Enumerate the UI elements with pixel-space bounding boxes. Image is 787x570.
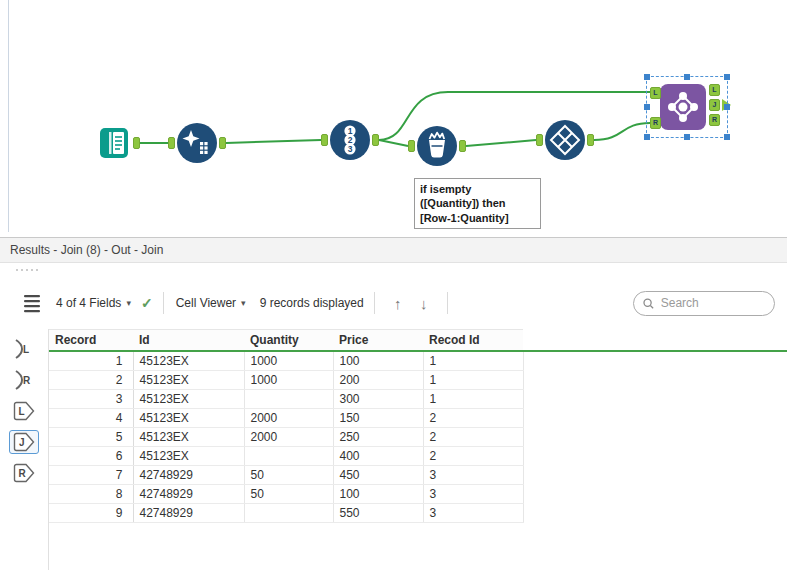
svg-text:J: J — [19, 437, 25, 448]
tool-annotation[interactable]: if isempty ([Quantity]) then [Row-1:Quan… — [414, 178, 541, 229]
col-header-price[interactable]: Price — [333, 330, 423, 352]
grid-cell[interactable]: 450 — [333, 466, 423, 485]
grid-cell[interactable]: 45123EX — [133, 447, 244, 466]
grid-cell[interactable] — [244, 390, 333, 409]
connection-wire[interactable] — [226, 140, 321, 143]
grid-cell[interactable]: 1 — [423, 390, 523, 409]
output-anchor[interactable] — [219, 137, 226, 149]
anchor-input-L-button[interactable]: L — [9, 337, 39, 361]
grid-cell[interactable]: 400 — [333, 447, 423, 466]
grid-cell[interactable] — [244, 504, 333, 523]
grid-cell[interactable]: 1 — [423, 371, 523, 390]
input-anchor[interactable] — [536, 134, 543, 146]
grid-cell[interactable]: 2 — [423, 409, 523, 428]
table-row[interactable]: 9427489295503 — [49, 504, 787, 523]
input-anchor[interactable] — [408, 140, 415, 152]
grid-cell[interactable] — [244, 447, 333, 466]
grid-cell[interactable]: 2 — [423, 447, 523, 466]
anchor-output-L-button[interactable]: L — [9, 399, 39, 423]
chevron-down-icon: ▾ — [241, 298, 246, 308]
connection-wire[interactable] — [379, 140, 408, 146]
col-header-recod-id[interactable]: Recod Id — [423, 330, 523, 352]
grid-cell[interactable]: 50 — [244, 485, 333, 504]
grid-cell[interactable]: 45123EX — [133, 409, 244, 428]
grid-cell[interactable]: 45123EX — [133, 351, 244, 371]
grid-cell[interactable]: 1 — [423, 351, 523, 371]
grid-cell[interactable]: 42748929 — [133, 466, 244, 485]
grid-cell[interactable]: 2000 — [244, 409, 333, 428]
record-id-tool[interactable]: 1 2 3 — [330, 120, 370, 160]
output-anchor[interactable] — [459, 140, 466, 152]
col-header-id[interactable]: Id — [133, 330, 244, 352]
search-input[interactable] — [661, 296, 766, 310]
record-number-cell[interactable]: 9 — [49, 504, 133, 523]
grid-cell[interactable]: 550 — [333, 504, 423, 523]
table-row[interactable]: 345123EX3001 — [49, 390, 787, 409]
grid-cell[interactable]: 100 — [333, 485, 423, 504]
grid-cell[interactable]: 45123EX — [133, 390, 244, 409]
fields-dropdown[interactable]: 4 of 4 Fields ▾ — [56, 296, 131, 310]
record-number-cell[interactable]: 8 — [49, 485, 133, 504]
grid-cell[interactable]: 2000 — [244, 428, 333, 447]
col-header-quantity[interactable]: Quantity — [244, 330, 333, 352]
output-anchor[interactable] — [587, 134, 594, 146]
table-row[interactable]: 742748929504503 — [49, 466, 787, 485]
record-number-cell[interactable]: 7 — [49, 466, 133, 485]
grid-cell[interactable]: 2 — [423, 428, 523, 447]
grid-cell[interactable]: 1000 — [244, 371, 333, 390]
record-number-cell[interactable]: 1 — [49, 351, 133, 371]
grid-cell[interactable]: 150 — [333, 409, 423, 428]
search-box[interactable] — [633, 291, 775, 316]
input-anchor[interactable] — [168, 137, 175, 149]
anchor-input-R-button[interactable]: R — [9, 368, 39, 392]
grid-cell[interactable]: 100 — [333, 351, 423, 371]
record-number-cell[interactable]: 4 — [49, 409, 133, 428]
chevron-down-icon: ▾ — [126, 298, 131, 308]
svg-text:L: L — [23, 344, 29, 355]
grid-cell[interactable]: 3 — [423, 466, 523, 485]
output-anchor[interactable] — [133, 137, 140, 149]
grid-cell[interactable]: 250 — [333, 428, 423, 447]
sparkle-grid-icon — [177, 123, 217, 163]
grid-cell[interactable]: 1000 — [244, 351, 333, 371]
grid-cell[interactable]: 42748929 — [133, 504, 244, 523]
col-header-record[interactable]: Record — [49, 330, 133, 352]
grid-cell[interactable]: 42748929 — [133, 485, 244, 504]
data-cleansing-tool[interactable] — [177, 123, 217, 163]
input-data-tool[interactable] — [96, 125, 132, 165]
grid-cell[interactable]: 200 — [333, 371, 423, 390]
record-number-cell[interactable]: 3 — [49, 390, 133, 409]
output-anchor[interactable] — [372, 134, 379, 146]
cell-viewer-dropdown[interactable]: Cell Viewer ▾ — [176, 296, 246, 310]
scroll-down-button[interactable]: ↓ — [411, 295, 437, 312]
table-row[interactable]: 645123EX4002 — [49, 447, 787, 466]
table-row[interactable]: 245123EX10002001 — [49, 371, 787, 390]
apply-check-icon[interactable]: ✓ — [141, 295, 153, 311]
table-row[interactable]: 545123EX20002502 — [49, 428, 787, 447]
connection-wire[interactable] — [466, 140, 536, 146]
grid-cell[interactable]: 45123EX — [133, 428, 244, 447]
workflow-canvas[interactable]: 1 2 3 — [0, 0, 787, 237]
table-row[interactable]: 445123EX20001502 — [49, 409, 787, 428]
record-number-cell[interactable]: 6 — [49, 447, 133, 466]
formula-tool[interactable] — [417, 126, 457, 166]
input-anchor[interactable] — [321, 134, 328, 146]
connection-wire[interactable] — [594, 123, 650, 140]
grid-cell[interactable]: 45123EX — [133, 371, 244, 390]
anchor-output-J-button[interactable]: J — [9, 430, 39, 454]
select-records-tool[interactable] — [545, 120, 585, 160]
results-title: Results - Join (8) - Out - Join — [10, 243, 163, 257]
panel-grip[interactable] — [16, 269, 38, 271]
record-number-cell[interactable]: 5 — [49, 428, 133, 447]
layout-toggle-button[interactable] — [20, 291, 44, 315]
table-row[interactable]: 842748929501003 — [49, 485, 787, 504]
grid-cell[interactable]: 3 — [423, 485, 523, 504]
record-number-cell[interactable]: 2 — [49, 371, 133, 390]
toolbar-separator — [163, 292, 164, 314]
grid-cell[interactable]: 3 — [423, 504, 523, 523]
table-row[interactable]: 145123EX10001001 — [49, 351, 787, 371]
scroll-up-button[interactable]: ↑ — [385, 295, 411, 312]
anchor-output-R-button[interactable]: R — [9, 461, 39, 485]
grid-cell[interactable]: 300 — [333, 390, 423, 409]
grid-cell[interactable]: 50 — [244, 466, 333, 485]
